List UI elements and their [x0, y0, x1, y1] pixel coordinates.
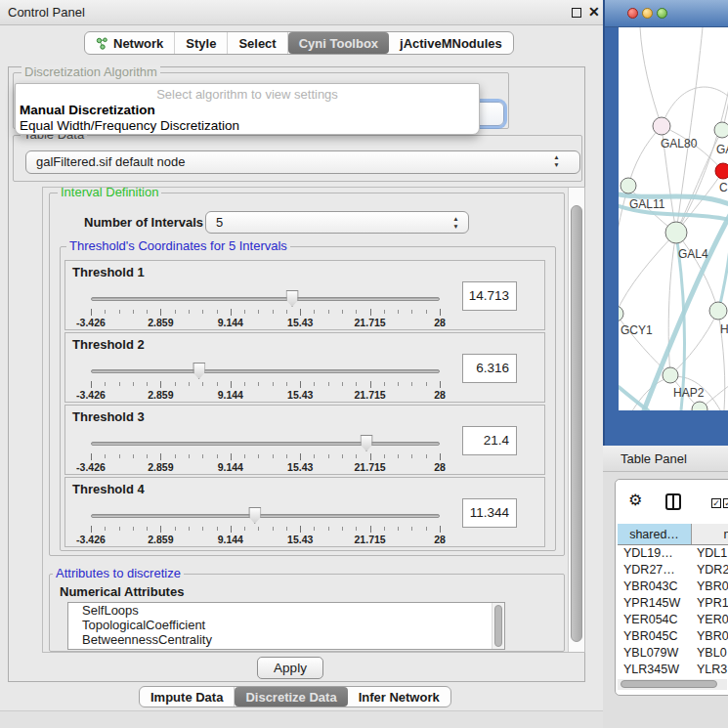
network-node-gal11[interactable] — [621, 178, 636, 193]
slider-track[interactable] — [91, 442, 440, 446]
threshold-value-field[interactable]: 11.344 — [462, 498, 517, 528]
slider-ticks — [91, 309, 440, 316]
table-row[interactable]: YBR043CYBR0 — [618, 578, 728, 595]
slider-track[interactable] — [91, 297, 440, 301]
attribute-item-selfloops[interactable]: SelfLoops — [68, 603, 504, 618]
network-node-gcy1[interactable] — [619, 306, 623, 321]
tick-label: 2.859 — [148, 534, 173, 545]
slider-tick-labels: -3.4262.8599.14415.4321.71528 — [91, 389, 440, 400]
threshold-slider[interactable] — [91, 289, 440, 307]
network-node-hap2[interactable] — [663, 367, 678, 383]
vertical-scrollbar-thumb[interactable] — [571, 205, 582, 642]
algorithm-dropdown-hint: Select algorithm to view settings — [16, 87, 479, 102]
table-header-row: shared… na — [618, 524, 728, 545]
number-of-intervals-spinner[interactable]: 5 — [205, 211, 469, 234]
slider-ticks — [91, 453, 440, 460]
horizontal-scrollbar[interactable] — [618, 679, 727, 690]
table-row[interactable]: YDR27…YDR2 — [618, 562, 728, 578]
column-header-name[interactable]: na — [692, 524, 728, 544]
threshold-label: Threshold 1 — [72, 265, 145, 279]
node-table: shared… na YDL19…YDL1YDR27…YDR2YBR043CYB… — [618, 524, 728, 695]
thresholds-group-label: Threshold's Coordinates for 5 Intervals — [66, 239, 290, 253]
table-data-group: Table Data galFiltered.sif default node … — [13, 135, 582, 182]
table-row[interactable]: YDL19…YDL1 — [618, 545, 728, 562]
split-columns-icon[interactable] — [665, 493, 681, 510]
table-card: ⚙ ✓ ✓ shared… na YDL19…YDL1YDR27…YDR2YBR… — [615, 479, 728, 696]
checkbox-icon-2[interactable]: ✓ — [723, 498, 728, 508]
cell-shared-name: YDL19… — [618, 545, 692, 562]
slider-track[interactable] — [91, 369, 440, 373]
slider-track[interactable] — [91, 514, 440, 518]
slider-thumb[interactable] — [193, 363, 205, 379]
slider-thumb[interactable] — [248, 507, 261, 524]
network-node-gal4[interactable] — [665, 222, 687, 243]
close-traffic-light-icon[interactable] — [627, 8, 638, 19]
numerical-attributes-list[interactable]: SelfLoopsTopologicalCoefficientBetweenne… — [67, 602, 505, 650]
threshold-value-field[interactable]: 14.713 — [462, 281, 517, 311]
network-node-gal80[interactable] — [653, 117, 670, 135]
minimize-traffic-light-icon[interactable] — [642, 8, 653, 19]
table-data-combobox[interactable]: galFiltered.sif default node — [25, 150, 580, 174]
bottom-tab-impute-data[interactable]: Impute Data — [140, 687, 235, 707]
tick-label: 9.144 — [218, 534, 243, 545]
network-node-label: GCY1 — [621, 323, 653, 337]
tick-label: 2.859 — [148, 461, 173, 473]
top-tab-bar: NetworkStyleSelectCyni ToolboxjActiveMNo… — [84, 31, 514, 55]
cell-shared-name: YPR145W — [618, 595, 692, 612]
checkbox-icon-1[interactable]: ✓ — [711, 498, 721, 508]
tick-label: 9.144 — [218, 389, 243, 401]
threshold-value-field[interactable]: 6.316 — [462, 354, 517, 383]
network-node-node-h[interactable] — [709, 302, 727, 320]
apply-button[interactable]: Apply — [257, 657, 323, 679]
network-node-node-top-right[interactable] — [714, 122, 728, 138]
tab-label: jActiveMNodules — [400, 36, 502, 51]
gear-icon[interactable]: ⚙ — [628, 491, 642, 509]
table-row[interactable]: YER054CYER0 — [618, 612, 728, 628]
list-scrollbar[interactable] — [492, 603, 504, 649]
threshold-slider[interactable] — [91, 506, 440, 524]
threshold-box-3: Threshold 3-3.4262.8599.14415.4321.71528… — [64, 405, 545, 475]
slider-thumb[interactable] — [286, 290, 299, 307]
spinner-stepper-icon[interactable]: ▲▼ — [451, 215, 460, 231]
close-icon[interactable]: ✕ — [588, 4, 600, 20]
bottom-tab-infer-network[interactable]: Infer Network — [348, 687, 450, 707]
bottom-tab-discretize-data[interactable]: Discretize Data — [235, 687, 347, 707]
threshold-slider[interactable] — [91, 362, 440, 379]
slider-thumb[interactable] — [361, 435, 373, 451]
column-header-shared-name[interactable]: shared… — [618, 524, 692, 544]
tab-style[interactable]: Style — [175, 32, 228, 54]
slider-ticks — [91, 526, 440, 533]
algorithm-option-equal-width-frequency[interactable]: Equal Width/Frequency Discretization — [20, 118, 239, 133]
tab-label: Impute Data — [150, 690, 223, 705]
threshold-label: Threshold 2 — [72, 337, 145, 352]
algorithm-option-manual-discretization[interactable]: Manual Discretization — [20, 103, 155, 117]
list-scrollbar-thumb[interactable] — [494, 605, 502, 647]
table-row[interactable]: YLR345WYLR3 — [618, 662, 728, 678]
tab-jactivemnodules[interactable]: jActiveMNodules — [389, 32, 513, 54]
threshold-slider[interactable] — [91, 434, 440, 451]
tab-select[interactable]: Select — [228, 32, 287, 54]
network-canvas[interactable]: GAL80GACGAL11GAL4GCY1HHAP2 — [619, 27, 728, 410]
horizontal-scrollbar-thumb[interactable] — [621, 680, 717, 688]
tick-label: 15.43 — [287, 317, 313, 328]
attribute-item-betweennesscentrality[interactable]: BetweennessCentrality — [68, 632, 504, 647]
network-node-node-red[interactable] — [715, 163, 728, 179]
vertical-scrollbar[interactable] — [568, 188, 584, 652]
float-window-icon[interactable] — [572, 8, 581, 18]
cell-name: YDL1 — [692, 545, 728, 562]
tab-cyni-toolbox[interactable]: Cyni Toolbox — [288, 32, 389, 54]
table-row[interactable]: YPR145WYPR1 — [618, 595, 728, 612]
cell-name: YLR3 — [692, 662, 728, 678]
combo-stepper-icon[interactable]: ▲▼ — [552, 153, 561, 169]
slider-tick-labels: -3.4262.8599.14415.4321.71528 — [91, 317, 440, 327]
attribute-item-topologicalcoefficient[interactable]: TopologicalCoefficient — [68, 618, 504, 632]
network-edge-highlighted — [619, 387, 648, 410]
algorithm-dropdown-popup: Select algorithm to view settings Manual… — [15, 83, 480, 135]
table-row[interactable]: YBL079WYBL0 — [618, 645, 728, 662]
threshold-value-field[interactable]: 21.4 — [462, 426, 517, 455]
tab-network[interactable]: Network — [85, 32, 175, 54]
table-row[interactable]: YBR045CYBR0 — [618, 628, 728, 645]
cell-name: YDR2 — [692, 562, 728, 578]
network-edge — [619, 233, 676, 314]
zoom-traffic-light-icon[interactable] — [657, 8, 667, 19]
